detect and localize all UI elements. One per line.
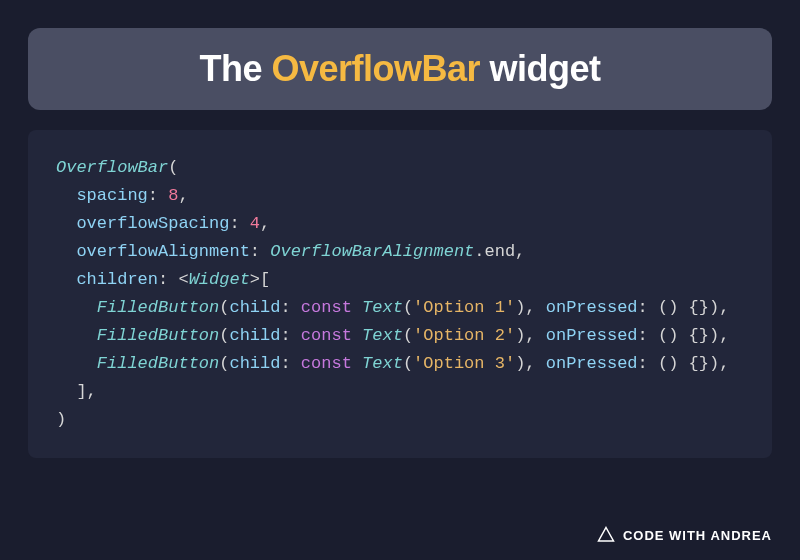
page-title: The OverflowBar widget <box>52 48 748 90</box>
option-3-text: 'Option 3' <box>413 354 515 373</box>
value-overflow-spacing: 4 <box>250 214 260 233</box>
code-panel: OverflowBar( spacing: 8, overflowSpacing… <box>28 130 772 458</box>
option-2-text: 'Option 2' <box>413 326 515 345</box>
code-block: OverflowBar( spacing: 8, overflowSpacing… <box>56 154 744 434</box>
child-class: FilledButton <box>97 354 219 373</box>
param-overflow-alignment: overflowAlignment <box>76 242 249 261</box>
generic-type: Widget <box>189 270 250 289</box>
title-suffix: widget <box>480 48 601 89</box>
title-accent: OverflowBar <box>271 48 480 89</box>
brand-text: CODE WITH ANDREA <box>623 528 772 543</box>
footer-brand: CODE WITH ANDREA <box>597 526 772 544</box>
title-bar: The OverflowBar widget <box>28 28 772 110</box>
title-prefix: The <box>199 48 271 89</box>
param-overflow-spacing: overflowSpacing <box>76 214 229 233</box>
code-widget-name: OverflowBar <box>56 158 168 177</box>
child-class: FilledButton <box>97 326 219 345</box>
param-children: children <box>76 270 158 289</box>
enum-type: OverflowBarAlignment <box>270 242 474 261</box>
option-1-text: 'Option 1' <box>413 298 515 317</box>
brand-logo-icon <box>597 526 615 544</box>
enum-value: end <box>485 242 516 261</box>
value-spacing: 8 <box>168 186 178 205</box>
param-spacing: spacing <box>76 186 147 205</box>
child-class: FilledButton <box>97 298 219 317</box>
